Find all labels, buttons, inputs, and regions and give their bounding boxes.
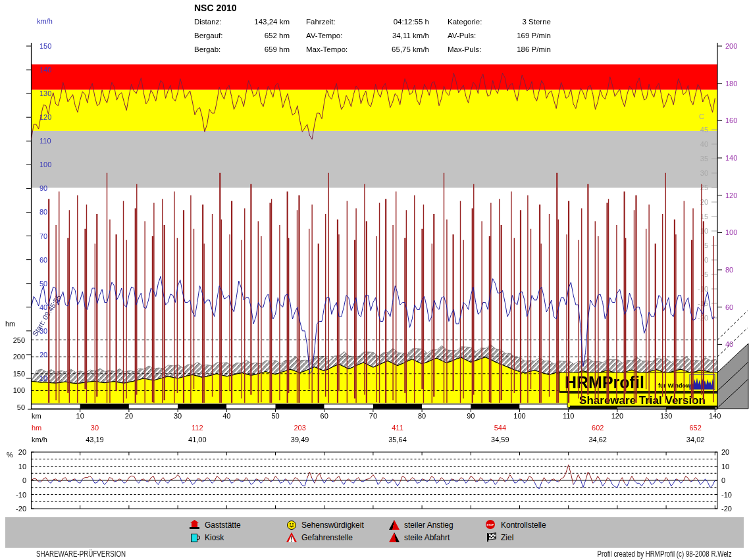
stat-label: Kategorie: xyxy=(448,18,482,27)
legend-label: steiler Anstieg xyxy=(404,521,453,530)
stat-label: Fahrzeit: xyxy=(306,18,336,27)
legend-label: Gefahrenstelle xyxy=(301,533,353,542)
credit-footer-text: Profil created by HRMProfil (c) 98-2008 … xyxy=(598,549,732,559)
page-title: NSC 2010 xyxy=(194,3,237,13)
shareware-footer-text: SHAREWARE-PRÜFVERSION xyxy=(36,549,126,559)
hrmprofil-logo xyxy=(559,372,717,407)
restaurant-house-icon xyxy=(190,520,200,530)
legend-label: steile Abfahrt xyxy=(404,533,450,542)
stat-av-puls: AV-Puls:169 P/min xyxy=(448,32,551,41)
legend-label: Ziel xyxy=(501,533,513,542)
stat-label: AV-Tempo: xyxy=(306,32,342,41)
stat-label: AV-Puls: xyxy=(448,32,476,41)
legend-item-gaststaette: Gaststätte xyxy=(190,520,241,530)
stat-value: 34,11 km/h xyxy=(392,32,429,41)
stat-fahrzeit: Fahrzeit:04:12:55 h xyxy=(306,18,429,27)
stat-value: 169 P/min xyxy=(517,32,551,41)
legend-label: Gaststätte xyxy=(205,521,241,530)
stat-bergauf: Bergauf:652 hm xyxy=(194,32,290,41)
steep-descent-icon xyxy=(389,532,400,542)
stat-label: Bergauf: xyxy=(194,32,222,41)
legend-label: Sehenswürdigkeit xyxy=(301,521,364,530)
legend-item-gefahrenstelle: Gefahrenstelle xyxy=(286,532,353,542)
stat-value: 04:12:55 h xyxy=(394,18,429,27)
danger-warning-icon xyxy=(286,532,297,542)
kiosk-cup-icon xyxy=(190,532,200,542)
legend-label: Kontrollstelle xyxy=(501,521,546,530)
stat-value: 3 Sterne xyxy=(523,18,551,27)
main-chart-region xyxy=(31,43,717,409)
legend-label: Kiosk xyxy=(205,533,224,542)
legend-band: Gaststätte Kiosk Sehenswürdigkeit Gefahr… xyxy=(5,517,744,547)
stat-value: 652 hm xyxy=(265,32,290,41)
stat-label: Distanz: xyxy=(194,18,222,27)
control-stop-icon xyxy=(486,520,496,530)
legend-item-kiosk: Kiosk xyxy=(190,532,224,542)
stat-value: 143,24 km xyxy=(254,18,290,27)
legend-item-sehenswuerdigkeit: Sehenswürdigkeit xyxy=(286,520,364,530)
legend-item-ziel: Ziel xyxy=(486,532,513,542)
legend-item-steile-abfahrt: steile Abfahrt xyxy=(389,532,450,542)
stat-av-tempo: AV-Tempo:34,11 km/h xyxy=(306,32,429,41)
hrmprofil-report-page: NSC 2010 Distanz:143,24 km Fahrzeit:04:1… xyxy=(0,0,749,560)
legend-item-kontrollstelle: Kontrollstelle xyxy=(486,520,546,530)
gradient-chart-region xyxy=(31,452,717,509)
stat-distanz: Distanz:143,24 km xyxy=(194,18,290,27)
sight-smiley-icon xyxy=(286,520,297,530)
stat-kategorie: Kategorie:3 Sterne xyxy=(448,18,551,27)
legend-item-steiler-anstieg: steiler Anstieg xyxy=(389,520,453,530)
finish-flag-icon xyxy=(486,532,496,542)
steep-climb-icon xyxy=(389,520,400,530)
